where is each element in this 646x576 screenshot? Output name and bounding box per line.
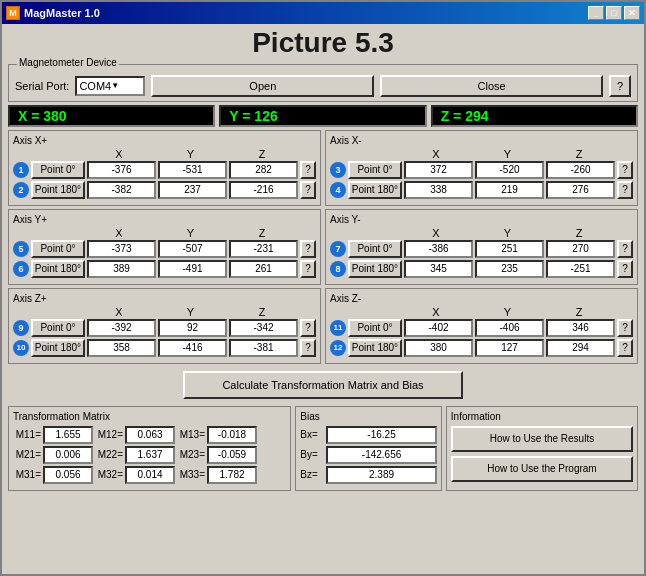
m23-label: M23= bbox=[177, 449, 205, 460]
window-content: Picture 5.3 Magnetometer Device Serial P… bbox=[2, 24, 644, 574]
table-row: 7 Point 0° -386 251 270 ? bbox=[330, 240, 633, 258]
bias-panel: Bias Bx= -16.25 By= -142.656 Bz= 2.389 bbox=[295, 406, 442, 491]
m22-label: M22= bbox=[95, 449, 123, 460]
zminus-r1-z: 346 bbox=[546, 319, 615, 337]
m33-label: M33= bbox=[177, 469, 205, 480]
yminus-r2-q[interactable]: ? bbox=[617, 260, 633, 278]
point-0-btn-xplus[interactable]: Point 0° bbox=[31, 161, 85, 179]
device-group: Magnetometer Device Serial Port: COM4 ▼ … bbox=[8, 64, 638, 102]
yplus-r1-q[interactable]: ? bbox=[300, 240, 316, 258]
point-180-btn-xminus[interactable]: Point 180° bbox=[348, 181, 402, 199]
yminus-r1-q[interactable]: ? bbox=[617, 240, 633, 258]
point-0-btn-yplus[interactable]: Point 0° bbox=[31, 240, 85, 258]
m33-field[interactable]: 1.782 bbox=[207, 466, 257, 484]
point-180-btn-yminus[interactable]: Point 180° bbox=[348, 260, 402, 278]
point-0-btn-yminus[interactable]: Point 0° bbox=[348, 240, 402, 258]
circle-1: 1 bbox=[13, 162, 29, 178]
axis-x-row: Axis X+ X Y Z 1 Point 0° -376 -531 2 bbox=[8, 130, 638, 206]
xminus-r2-x: 338 bbox=[404, 181, 473, 199]
axis-yplus-title: Axis Y+ bbox=[13, 214, 316, 225]
m12-field[interactable]: 0.063 bbox=[125, 426, 175, 444]
axis-xplus-title: Axis X+ bbox=[13, 135, 316, 146]
yplus-r2-q[interactable]: ? bbox=[300, 260, 316, 278]
info-title: Information bbox=[451, 411, 633, 422]
by-label: By= bbox=[300, 449, 324, 460]
axis-zminus-title: Axis Z- bbox=[330, 293, 633, 304]
yplus-r1-y: -507 bbox=[158, 240, 227, 258]
zplus-r2-q[interactable]: ? bbox=[300, 339, 316, 357]
port-combo[interactable]: COM4 ▼ bbox=[75, 76, 145, 96]
bx-field[interactable]: -16.25 bbox=[326, 426, 437, 444]
minimize-btn[interactable]: _ bbox=[588, 6, 604, 20]
yplus-r1-z: -231 bbox=[229, 240, 298, 258]
matrix-row-1: M11= 1.655 M12= 0.063 M13= -0.018 bbox=[13, 426, 286, 444]
info-panel: Information How to Use the Results How t… bbox=[446, 406, 638, 491]
m21-field[interactable]: 0.006 bbox=[43, 446, 93, 464]
restore-btn[interactable]: □ bbox=[606, 6, 622, 20]
xplus-r1-q[interactable]: ? bbox=[300, 161, 316, 179]
point-180-btn-zminus[interactable]: Point 180° bbox=[348, 339, 402, 357]
zplus-r2-x: 358 bbox=[87, 339, 156, 357]
m13-field[interactable]: -0.018 bbox=[207, 426, 257, 444]
axis-z-row: Axis Z+ X Y Z 9 Point 0° -392 92 -342 bbox=[8, 288, 638, 364]
axis-yminus-title: Axis Y- bbox=[330, 214, 633, 225]
point-180-btn-xplus[interactable]: Point 180° bbox=[31, 181, 85, 199]
zminus-r2-z: 294 bbox=[546, 339, 615, 357]
calculate-button[interactable]: Calculate Transformation Matrix and Bias bbox=[183, 371, 463, 399]
device-group-label: Magnetometer Device bbox=[17, 57, 119, 68]
m13-label: M13= bbox=[177, 429, 205, 440]
main-window: M MagMaster 1.0 _ □ ✕ Picture 5.3 Magnet… bbox=[0, 0, 646, 576]
yplus-r1-x: -373 bbox=[87, 240, 156, 258]
point-180-btn-yplus[interactable]: Point 180° bbox=[31, 260, 85, 278]
circle-9: 9 bbox=[13, 320, 29, 336]
yminus-r1-y: 251 bbox=[475, 240, 544, 258]
bz-field[interactable]: 2.389 bbox=[326, 466, 437, 484]
axis-y-row: Axis Y+ X Y Z 5 Point 0° -373 -507 -231 bbox=[8, 209, 638, 285]
xminus-r1-y: -520 bbox=[475, 161, 544, 179]
title-bar-controls: _ □ ✕ bbox=[588, 6, 640, 20]
m11-field[interactable]: 1.655 bbox=[43, 426, 93, 444]
zminus-r2-q[interactable]: ? bbox=[617, 339, 633, 357]
calc-btn-row: Calculate Transformation Matrix and Bias bbox=[8, 367, 638, 403]
m21-label: M21= bbox=[13, 449, 41, 460]
combo-arrow: ▼ bbox=[111, 81, 119, 90]
m31-label: M31= bbox=[13, 469, 41, 480]
m12-label: M12= bbox=[95, 429, 123, 440]
xplus-r2-q[interactable]: ? bbox=[300, 181, 316, 199]
circle-6: 6 bbox=[13, 261, 29, 277]
zplus-r1-q[interactable]: ? bbox=[300, 319, 316, 337]
point-0-btn-zplus[interactable]: Point 0° bbox=[31, 319, 85, 337]
m32-field[interactable]: 0.014 bbox=[125, 466, 175, 484]
point-0-btn-xminus[interactable]: Point 0° bbox=[348, 161, 402, 179]
by-field[interactable]: -142.656 bbox=[326, 446, 437, 464]
m31-field[interactable]: 0.056 bbox=[43, 466, 93, 484]
zminus-r1-q[interactable]: ? bbox=[617, 319, 633, 337]
how-to-use-program-button[interactable]: How to Use the Program bbox=[451, 456, 633, 482]
yminus-r2-y: 235 bbox=[475, 260, 544, 278]
zminus-r1-y: -406 bbox=[475, 319, 544, 337]
zplus-r1-x: -392 bbox=[87, 319, 156, 337]
bias-row-z: Bz= 2.389 bbox=[300, 466, 437, 484]
table-row: 12 Point 180° 380 127 294 ? bbox=[330, 339, 633, 357]
bottom-row: Transformation Matrix M11= 1.655 M12= 0.… bbox=[8, 406, 638, 491]
axis-xminus-title: Axis X- bbox=[330, 135, 633, 146]
help-button[interactable]: ? bbox=[609, 75, 631, 97]
close-button[interactable]: Close bbox=[380, 75, 603, 97]
table-row: 2 Point 180° -382 237 -216 ? bbox=[13, 181, 316, 199]
xminus-r2-q[interactable]: ? bbox=[617, 181, 633, 199]
point-180-btn-zplus[interactable]: Point 180° bbox=[31, 339, 85, 357]
table-row: 8 Point 180° 345 235 -251 ? bbox=[330, 260, 633, 278]
m23-field[interactable]: -0.059 bbox=[207, 446, 257, 464]
window-title: MagMaster 1.0 bbox=[24, 7, 100, 19]
point-0-btn-zminus[interactable]: Point 0° bbox=[348, 319, 402, 337]
close-btn[interactable]: ✕ bbox=[624, 6, 640, 20]
matrix-title: Transformation Matrix bbox=[13, 411, 286, 422]
open-button[interactable]: Open bbox=[151, 75, 374, 97]
how-to-use-results-button[interactable]: How to Use the Results bbox=[451, 426, 633, 452]
yminus-r2-x: 345 bbox=[404, 260, 473, 278]
yplus-r2-y: -491 bbox=[158, 260, 227, 278]
xminus-r1-q[interactable]: ? bbox=[617, 161, 633, 179]
m22-field[interactable]: 1.637 bbox=[125, 446, 175, 464]
matrix-row-3: M31= 0.056 M32= 0.014 M33= 1.782 bbox=[13, 466, 286, 484]
xplus-col-x: X bbox=[83, 148, 155, 160]
